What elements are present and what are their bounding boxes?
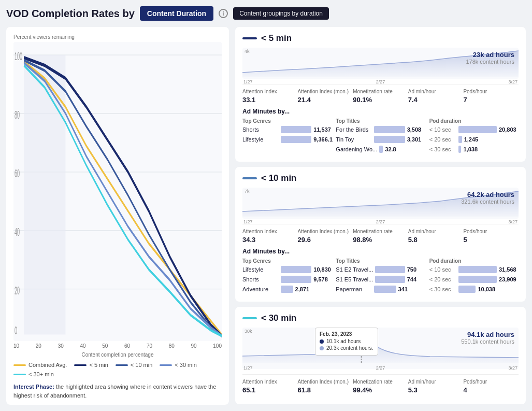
section-lt5min: < 5 min 4k xyxy=(235,27,526,162)
x-tick: 70 xyxy=(147,343,152,349)
stat-lt10-content-hours: 321.6k content hours xyxy=(461,199,514,205)
stat-pods-hour-lt10: Pods/hour 5 xyxy=(463,229,519,244)
stats-row-lt30min: Attention Index 65.1 Attention Index (mo… xyxy=(242,374,519,394)
main-content: Percent viewers remaining 100 80 60 40 2… xyxy=(6,27,526,405)
x-tick: 40 xyxy=(80,343,85,349)
mini-chart-lt30min: 30k xyxy=(242,328,519,369)
x-tick: 60 xyxy=(124,343,130,349)
tooltip-chip: Content groupings by duration xyxy=(233,7,329,20)
title-row-paperman: Paperman 341 xyxy=(336,286,425,293)
mini-chart-lt5min: 4k 23k ad hours 178k conten xyxy=(242,48,519,79)
content-duration-button[interactable]: Content Duration xyxy=(140,6,213,21)
titles-header-lt10: Top Titles xyxy=(336,258,425,264)
svg-text:40: 40 xyxy=(15,225,20,238)
stat-monetization-rate-lt10: Monetization rate 98.8% xyxy=(353,229,408,244)
stat-lt30-content-hours: 550.1k content hours xyxy=(461,338,514,345)
x-axis-title: Content completion percentage xyxy=(13,352,222,358)
legend-line-lt30plus xyxy=(13,374,26,375)
genre-bar-lifestyle xyxy=(281,136,311,143)
svg-text:60: 60 xyxy=(15,166,20,180)
title-bar-gardening xyxy=(379,146,383,153)
genre-row-adventure-lt10: Adventure 2,871 xyxy=(242,286,332,293)
stat-attention-index-lt10: Attention Index 34.3 xyxy=(242,229,298,244)
stat-lt30-ad-hours: 94.1k ad hours xyxy=(461,331,514,338)
mini-chart-lt30-dates: 1/272/273/27 xyxy=(242,365,519,371)
genre-row-shorts-lt10: Shorts 9,578 xyxy=(242,276,332,283)
legend-line-lt10 xyxy=(116,364,128,366)
section-lt10min-title: < 10 min xyxy=(261,173,297,183)
stat-attention-index-mon-lt30: Attention Index (mon.) 61.8 xyxy=(298,379,353,394)
x-axis-labels: 10 20 30 40 50 60 70 80 90 100 xyxy=(13,341,222,351)
mini-chart-lt10-ylabel: 7k xyxy=(245,189,250,194)
x-tick: 20 xyxy=(36,343,41,349)
title-bar-tintoy xyxy=(374,136,405,143)
section-lt5min-indicator xyxy=(242,37,257,39)
legend-label-lt30plus: < 30+ min xyxy=(28,371,54,377)
ad-minutes-title-lt5: Ad Minutes by... xyxy=(242,108,519,115)
section-lt10min: < 10 min 7k xyxy=(235,167,526,302)
genres-col-lt5: Top Genres Shorts 11,537 Lifestyle xyxy=(242,118,332,155)
section-lt10min-header: < 10 min xyxy=(242,173,519,183)
legend-label-lt10: < 10 min xyxy=(131,362,153,368)
mini-chart-lt5-dates: 1/272/273/27 xyxy=(242,79,519,84)
page-title: VOD Completion Rates by xyxy=(6,8,135,20)
mini-chart-lt30min-stats: 94.1k ad hours 550.1k content hours xyxy=(461,331,514,345)
title-row-tintoy: Tin Toy 3,301 xyxy=(336,136,425,143)
title-row-gardening: Gardening Wo... 32.8 xyxy=(336,146,425,153)
stat-pods-hour-lt30: Pods/hour 4 xyxy=(463,379,519,394)
stat-monetization-rate-lt30: Monetization rate 99.4% xyxy=(353,379,408,394)
legend-line-lt30 xyxy=(160,364,172,366)
pod-row-20sec-lt10: < 20 sec 23,909 xyxy=(429,276,519,283)
x-tick: 90 xyxy=(191,343,197,349)
genre-row-lifestyle-lt10: Lifestyle 10,830 xyxy=(242,266,332,273)
pod-bar-10sec xyxy=(458,126,497,133)
genre-bar-shorts xyxy=(281,126,311,133)
pod-row-10sec-lt10: < 10 sec 31,568 xyxy=(429,266,519,273)
stat-attention-index-lt30: Attention Index 65.1 xyxy=(242,379,298,394)
section-lt30min: < 30 min 30k xyxy=(235,307,526,404)
svg-text:100: 100 xyxy=(15,49,22,63)
x-tick: 100 xyxy=(213,343,222,349)
section-lt10min-indicator xyxy=(242,177,257,179)
stat-ad-min-hour-lt10: Ad min/hour 5.8 xyxy=(408,229,464,244)
pod-row-20sec: < 20 sec 1,245 xyxy=(429,136,519,143)
genre-row-lifestyle: Lifestyle 9,366.1 xyxy=(242,136,332,143)
section-lt5min-header: < 5 min xyxy=(242,33,519,44)
page-header: VOD Completion Rates by Content Duration… xyxy=(6,6,526,21)
right-panel[interactable]: < 5 min 4k xyxy=(235,27,526,405)
x-tick: 10 xyxy=(13,343,19,349)
stats-row-lt10min: Attention Index 34.3 Attention Index (mo… xyxy=(242,224,519,244)
pod-bar-20sec-lt10 xyxy=(458,276,497,283)
mini-chart-lt5-ylabel: 4k xyxy=(245,49,250,54)
interest-phase-bold: Interest Phase: xyxy=(13,384,54,390)
ad-minutes-title-lt10: Ad Minutes by... xyxy=(242,248,519,255)
title-row-s1e5: S1 E5 Travel... 744 xyxy=(336,276,425,283)
svg-text:80: 80 xyxy=(15,108,20,121)
pod-bar-10sec-lt10 xyxy=(458,266,497,273)
data-cols-lt10: Top Genres Lifestyle 10,830 Shorts xyxy=(242,258,519,295)
mini-chart-lt5min-stats: 23k ad hours 178k content hours xyxy=(466,51,514,65)
stat-attention-index: Attention Index 33.1 xyxy=(242,89,298,104)
genres-col-lt10: Top Genres Lifestyle 10,830 Shorts xyxy=(242,258,332,295)
genre-bar-shorts-lt10 xyxy=(281,276,311,283)
pod-bar-30sec-lt10 xyxy=(458,286,476,293)
pod-row-30sec: < 30 sec 1,038 xyxy=(429,146,519,153)
legend-label-combined: Combined Avg. xyxy=(28,362,67,368)
stat-attention-index-mon: Attention Index (mon.) 21.4 xyxy=(298,89,353,104)
pods-header-lt5: Pod duration xyxy=(429,118,519,124)
pods-col-lt5: Pod duration < 10 sec 20,803 < 20 sec xyxy=(429,118,519,155)
info-icon[interactable]: i xyxy=(219,9,228,18)
y-axis-label: Percent viewers remaining xyxy=(13,34,222,40)
svg-text:20: 20 xyxy=(15,284,20,297)
legend-item-lt30plus: < 30+ min xyxy=(13,371,54,377)
genres-header-lt5: Top Genres xyxy=(242,118,332,124)
mini-chart-lt10min: 7k 64.2k ad hours 321.6k co xyxy=(242,188,519,219)
legend-line-lt5 xyxy=(74,364,87,366)
titles-col-lt5: Top Titles For the Birds 3,508 Tin Toy xyxy=(336,118,425,155)
genre-bar-adventure-lt10 xyxy=(281,286,293,293)
stat-ad-min-hour-lt30: Ad min/hour 5.3 xyxy=(408,379,464,394)
legend-item-lt10: < 10 min xyxy=(116,362,153,368)
stat-ad-min-hour: Ad min/hour 7.4 xyxy=(408,89,464,104)
title-bar-ftb xyxy=(374,126,405,133)
title-bar-s1e5 xyxy=(375,276,405,283)
